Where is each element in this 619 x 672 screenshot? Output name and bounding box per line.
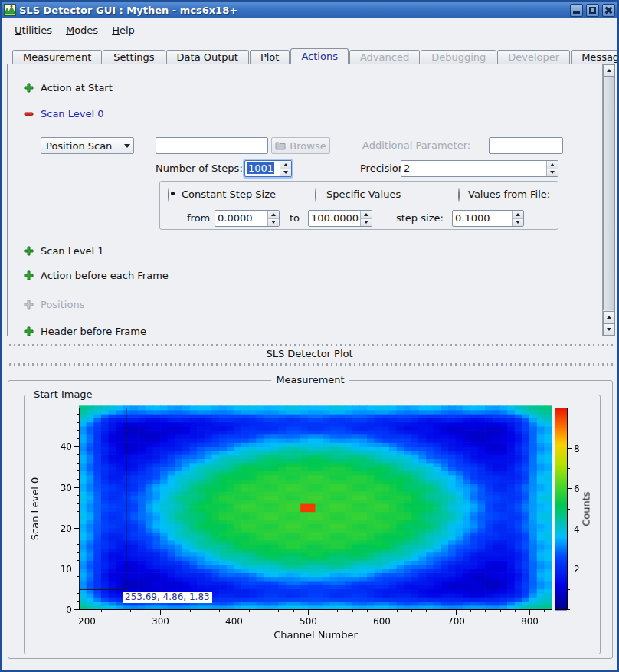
spin-down-icon[interactable] <box>361 219 372 227</box>
plot-dock-title: SLS Detector Plot <box>3 348 616 359</box>
colorbar-title: Counts <box>581 491 592 526</box>
spin-up-icon[interactable] <box>268 211 279 219</box>
spin-down-icon[interactable] <box>280 169 291 177</box>
x-axis-title: Channel Number <box>273 629 358 641</box>
start-image-frame: Start Image Scan Level 0 Counts Channel … <box>24 395 601 654</box>
spin-up-icon[interactable] <box>513 211 523 219</box>
measurement-groupbox: Measurement Start Image Scan Level 0 Cou… <box>8 380 613 659</box>
tab-measurement[interactable]: Measurement <box>12 50 102 64</box>
scroll-up-button[interactable] <box>603 64 614 77</box>
app-icon <box>4 4 16 16</box>
close-button[interactable] <box>602 4 615 17</box>
actions-panel: Action at Start Scan Level 0 Position Sc… <box>7 64 615 336</box>
from-label: from <box>187 213 210 224</box>
step-mode-groupbox: Constant Step Size Specific Values Value… <box>159 181 558 230</box>
number-of-steps-value: 1001 <box>247 162 274 174</box>
radio-constant-step-size[interactable] <box>168 188 169 202</box>
chevron-down-icon[interactable] <box>120 138 133 153</box>
expand-action-at-start-icon[interactable] <box>24 83 34 93</box>
tab-developer[interactable]: Developer <box>497 50 570 64</box>
tab-advanced[interactable]: Advanced <box>349 50 420 64</box>
spin-down-icon[interactable] <box>513 219 523 227</box>
spin-up-icon[interactable] <box>280 161 291 169</box>
tab-debugging[interactable]: Debugging <box>421 50 496 64</box>
radio-specific-values-label[interactable]: Specific Values <box>326 189 401 200</box>
browse-button-label: Browse <box>290 140 326 152</box>
scroll-up-button-bottom[interactable] <box>603 311 614 323</box>
tab-plot[interactable]: Plot <box>250 50 290 64</box>
cursor-readout: 253.69, 4.86, 1.83 <box>123 592 212 603</box>
menubar: Utilities Modes Help <box>3 20 616 40</box>
collapse-scan-level-0-icon[interactable] <box>24 109 34 119</box>
radio-values-from-file-label[interactable]: Values from File: <box>468 189 550 200</box>
spin-up-icon[interactable] <box>547 161 558 169</box>
vertical-scrollbar[interactable] <box>602 64 614 336</box>
heatmap-canvas[interactable] <box>25 395 600 651</box>
positions-label: Positions <box>41 300 84 310</box>
folder-icon <box>275 141 286 150</box>
tab-settings[interactable]: Settings <box>103 50 165 64</box>
scan-mode-combobox[interactable]: Position Scan <box>41 137 134 154</box>
expand-header-before-frame-icon[interactable] <box>24 326 34 336</box>
menu-modes[interactable]: Modes <box>59 22 105 38</box>
tab-messages[interactable]: Messages <box>571 50 619 64</box>
step-size-value: 0.1000 <box>453 211 512 226</box>
precision-spinbox[interactable]: 2 <box>401 160 558 177</box>
menu-utilities[interactable]: Utilities <box>8 22 59 38</box>
to-spinbox[interactable]: 100.0000 <box>308 210 372 227</box>
minimize-button[interactable] <box>570 4 583 17</box>
step-size-label: step size: <box>396 213 444 224</box>
maximize-button[interactable] <box>586 4 599 17</box>
spin-down-icon[interactable] <box>547 169 558 177</box>
scroll-down-button[interactable] <box>603 323 614 336</box>
browse-button[interactable]: Browse <box>271 137 330 154</box>
expand-action-before-frame-icon[interactable] <box>24 270 34 280</box>
radio-values-from-file[interactable] <box>458 188 460 202</box>
y-axis-title: Scan Level 0 <box>29 477 41 540</box>
splitter-handle[interactable] <box>6 343 613 347</box>
tab-data-output[interactable]: Data Output <box>166 50 249 64</box>
scan-script-field[interactable] <box>156 137 268 154</box>
scan-mode-value: Position Scan <box>41 140 120 152</box>
titlebar: SLS Detector GUI : Mythen - mcs6x18+ <box>2 2 617 18</box>
measurement-group-title: Measurement <box>271 374 349 385</box>
expand-scan-level-1-icon[interactable] <box>24 246 34 256</box>
from-spinbox[interactable]: 0.0000 <box>215 210 280 227</box>
tab-actions[interactable]: Actions <box>290 48 349 64</box>
radio-specific-values[interactable] <box>315 188 316 202</box>
menu-help[interactable]: Help <box>105 22 142 38</box>
splitter-handle[interactable] <box>6 362 613 366</box>
to-value: 100.0000 <box>309 211 360 226</box>
precision-value: 2 <box>401 161 546 176</box>
additional-parameter-label: Additional Parameter: <box>362 140 470 151</box>
expand-positions-icon[interactable] <box>24 300 34 310</box>
tab-bar: Measurement Settings Data Output Plot Ac… <box>12 48 611 64</box>
scrollbar-thumb[interactable] <box>603 77 614 310</box>
number-of-steps-label: Number of Steps: <box>156 163 243 174</box>
spin-down-icon[interactable] <box>268 219 279 227</box>
from-value: 0.0000 <box>215 211 267 226</box>
scan-level-1-label[interactable]: Scan Level 1 <box>41 246 103 257</box>
action-at-start-label[interactable]: Action at Start <box>41 83 113 93</box>
step-size-spinbox[interactable]: 0.1000 <box>452 210 524 227</box>
header-before-frame-label[interactable]: Header before Frame <box>41 326 146 336</box>
spin-up-icon[interactable] <box>361 211 372 219</box>
scan-level-0-label[interactable]: Scan Level 0 <box>41 109 103 120</box>
app-window: SLS Detector GUI : Mythen - mcs6x18+ Uti… <box>0 0 619 672</box>
action-before-frame-label[interactable]: Action before each Frame <box>41 270 169 281</box>
to-label: to <box>290 213 300 224</box>
additional-parameter-field[interactable] <box>489 137 563 154</box>
number-of-steps-spinbox[interactable]: 1001 <box>244 160 292 177</box>
radio-constant-step-size-label[interactable]: Constant Step Size <box>182 189 276 200</box>
window-title: SLS Detector GUI : Mythen - mcs6x18+ <box>19 5 567 16</box>
